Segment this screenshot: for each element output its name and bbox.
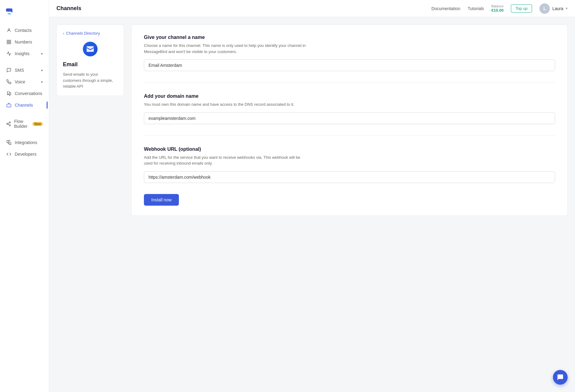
sms-icon [6,67,12,73]
sidebar-item-developers[interactable]: Developers [1,148,48,160]
sidebar-item-insights-label: Insights [15,51,29,56]
header: Channels Documentation Tutorials Balance… [49,0,575,17]
install-now-button[interactable]: Install now [144,194,179,206]
documentation-link[interactable]: Documentation [431,6,460,11]
active-indicator [47,102,48,109]
svg-rect-1 [7,40,9,42]
svg-rect-2 [9,40,11,42]
svg-rect-13 [87,46,94,52]
section-name-desc: Choose a name for this channel. This nam… [144,43,310,55]
svg-point-7 [7,123,8,124]
conversations-icon [6,91,12,96]
form-section-webhook: Webhook URL (optional) Add the URL for t… [144,147,555,183]
balance-amount: €10.00 [491,8,504,13]
channel-description: Send emails to your customers through a … [63,71,118,89]
webhook-url-input[interactable] [144,171,555,183]
sidebar-item-flow-builder-label: Flow Builder [14,119,28,129]
svg-point-6 [9,122,10,123]
sidebar-item-voice-label: Voice [15,79,25,84]
email-icon [86,45,95,53]
svg-rect-5 [7,104,11,107]
main-wrapper: Channels Documentation Tutorials Balance… [49,0,575,392]
chat-icon [557,374,564,381]
svg-rect-3 [7,42,9,44]
form-section-domain: Add your domain name You must own this d… [144,93,555,124]
sidebar: Contacts Numbers Insights ▾ SMS ▾ [0,0,49,392]
email-icon-container [63,42,118,56]
domain-name-input[interactable] [144,112,555,124]
section-webhook-desc: Add the URL for the service that you wan… [144,154,310,166]
svg-point-0 [8,29,10,30]
sidebar-item-flow-builder[interactable]: Flow Builder New [1,116,48,132]
back-link[interactable]: ‹ Channels Directory [63,31,118,36]
chevron-down-icon-voice: ▾ [41,80,43,84]
sidebar-item-channels-label: Channels [15,103,33,108]
svg-rect-11 [7,140,9,142]
voice-icon [6,79,12,85]
section-name-title: Give your channel a name [144,35,555,40]
sidebar-item-sms[interactable]: SMS ▾ [1,64,48,76]
chat-widget[interactable] [553,370,568,385]
chevron-down-icon: ▾ [41,52,43,55]
sidebar-item-insights[interactable]: Insights ▾ [1,48,48,59]
balance-label: Balance [491,4,504,8]
sidebar-item-contacts[interactable]: Contacts [1,25,48,36]
svg-rect-12 [9,143,11,145]
email-icon-bg [83,42,98,56]
sidebar-item-conversations-label: Conversations [15,91,42,96]
page-title: Channels [56,5,424,12]
right-panel: Give your channel a name Choose a name f… [131,25,568,216]
developers-icon [6,151,12,157]
sidebar-item-integrations-label: Integrations [15,140,37,145]
top-up-button[interactable]: Top up [511,4,532,13]
chevron-down-icon-sms: ▾ [41,69,43,72]
chart-icon [6,51,12,56]
channel-name: Email [63,61,118,68]
sidebar-item-developers-label: Developers [15,152,37,157]
left-panel: ‹ Channels Directory Email Send emails t… [56,25,124,96]
channel-name-input[interactable] [144,59,555,71]
svg-rect-4 [9,42,11,44]
flow-icon [6,121,11,127]
svg-line-9 [8,124,10,125]
svg-point-8 [9,125,10,126]
sidebar-item-numbers[interactable]: Numbers [1,36,48,48]
sidebar-item-contacts-label: Contacts [15,28,32,33]
sidebar-item-sms-label: SMS [15,68,24,73]
user-chevron-icon: ▾ [566,6,568,10]
username: Laura [552,6,563,11]
section-domain-desc: You must own this domain name and have a… [144,101,310,108]
header-links: Documentation Tutorials [431,6,484,11]
form-section-name: Give your channel a name Choose a name f… [144,35,555,71]
integrations-icon [6,140,12,145]
sidebar-item-voice[interactable]: Voice ▾ [1,76,48,88]
logo[interactable] [0,5,49,25]
divider-1 [144,82,555,82]
sidebar-item-integrations[interactable]: Integrations [1,137,48,148]
user-icon [6,28,12,33]
main-content: ‹ Channels Directory Email Send emails t… [49,17,575,392]
chevron-left-icon: ‹ [63,31,64,36]
balance-container: Balance €10.00 [491,4,504,13]
channels-icon [6,102,12,108]
sidebar-item-numbers-label: Numbers [15,40,32,44]
sidebar-item-channels[interactable]: Channels [1,99,48,111]
new-badge: New [33,122,43,126]
section-domain-title: Add your domain name [144,93,555,99]
tutorials-link[interactable]: Tutorials [468,6,484,11]
divider-2 [144,135,555,135]
svg-line-10 [8,123,10,124]
grid-icon [6,39,12,45]
user-area[interactable]: L Laura ▾ [539,3,568,14]
sidebar-nav: Contacts Numbers Insights ▾ SMS ▾ [0,25,49,387]
sidebar-item-conversations[interactable]: Conversations [1,88,48,99]
avatar: L [539,3,550,14]
back-link-label: Channels Directory [66,31,100,36]
section-webhook-title: Webhook URL (optional) [144,147,555,152]
